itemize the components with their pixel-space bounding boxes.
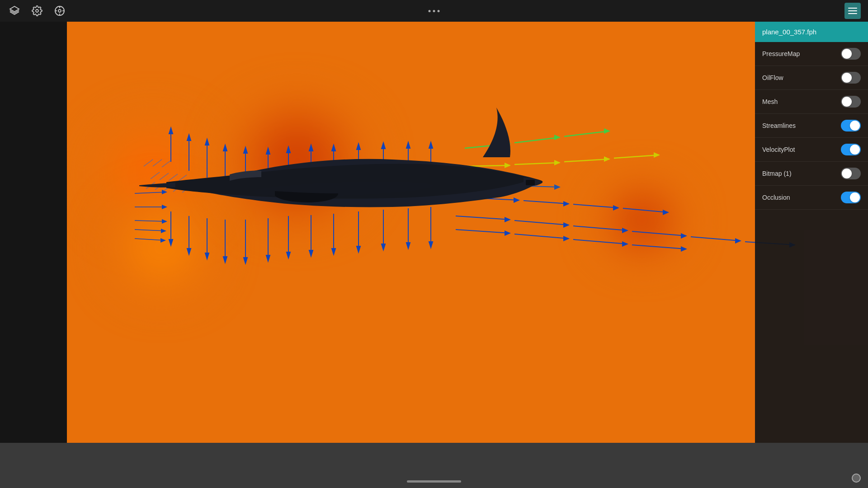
svg-marker-59 — [429, 242, 433, 248]
bottom-bar — [0, 443, 868, 488]
layer-item-bitmap: Bitmap (1) — [755, 162, 868, 186]
svg-marker-69 — [554, 160, 561, 165]
toggle-velocity-plot[interactable] — [841, 144, 861, 155]
svg-marker-61 — [505, 141, 511, 146]
toggle-streamlines[interactable] — [841, 120, 861, 131]
svg-line-104 — [691, 237, 741, 241]
toolbar-dots — [429, 10, 440, 12]
svg-point-3 — [58, 9, 61, 12]
svg-line-68 — [514, 163, 560, 164]
layer-label-occlusion: Occlusion — [762, 194, 790, 201]
svg-rect-129 — [526, 180, 535, 185]
pressure-blob-center — [221, 94, 374, 230]
toggle-thumb-bitmap — [842, 169, 852, 178]
home-indicator — [407, 480, 461, 483]
layer-label-mesh: Mesh — [762, 98, 778, 105]
toolbar-icons — [7, 4, 67, 18]
layer-label-streamlines: Streamlines — [762, 122, 796, 129]
toolbar — [0, 0, 868, 22]
svg-marker-31 — [406, 142, 410, 148]
layer-label-bitmap: Bitmap (1) — [762, 170, 792, 177]
svg-marker-111 — [563, 236, 570, 241]
svg-marker-45 — [266, 255, 270, 261]
layer-label-velocity-plot: VelocityPlot — [762, 146, 795, 153]
svg-marker-97 — [505, 217, 511, 222]
svg-marker-29 — [382, 143, 385, 149]
svg-marker-33 — [429, 142, 433, 148]
svg-line-64 — [564, 131, 609, 136]
svg-marker-75 — [505, 183, 511, 188]
layer-item-streamlines: Streamlines — [755, 114, 868, 138]
toggle-thumb-streamlines — [850, 121, 860, 131]
layer-item-velocity-plot: VelocityPlot — [755, 138, 868, 162]
target-icon[interactable] — [52, 4, 67, 18]
toggle-track-occlusion — [841, 192, 861, 203]
svg-line-66 — [465, 165, 510, 166]
layer-item-occlusion: Occlusion — [755, 186, 868, 210]
corner-indicator — [852, 474, 861, 483]
pressure-blob-lower — [103, 193, 221, 302]
svg-marker-65 — [604, 128, 610, 134]
svg-marker-105 — [735, 238, 741, 244]
pressure-blob-right — [597, 180, 687, 261]
svg-marker-49 — [309, 250, 313, 256]
toggle-pressure-map[interactable] — [841, 48, 861, 60]
svg-line-60 — [465, 144, 510, 148]
svg-marker-55 — [382, 244, 385, 250]
toggle-bitmap[interactable] — [841, 168, 861, 179]
toggle-track-bitmap — [841, 168, 861, 179]
toggle-track-pressure-map — [841, 48, 861, 60]
toggle-thumb-pressure-map — [842, 49, 852, 59]
right-panel: plane_00_357.fph PressureMapOilFlowMeshS… — [755, 22, 868, 443]
svg-marker-77 — [554, 184, 561, 190]
layer-label-pressure-map: PressureMap — [762, 50, 800, 57]
toggle-mesh[interactable] — [841, 96, 861, 108]
toggle-track-oil-flow — [841, 72, 861, 84]
settings-icon[interactable] — [30, 4, 44, 18]
svg-marker-51 — [332, 249, 335, 254]
layers-list: PressureMapOilFlowMeshStreamlinesVelocit… — [755, 42, 868, 210]
svg-marker-53 — [357, 246, 360, 252]
svg-line-72 — [614, 155, 659, 158]
toggle-occlusion[interactable] — [841, 192, 861, 203]
svg-marker-109 — [505, 230, 511, 236]
svg-marker-57 — [406, 243, 410, 249]
toggle-thumb-occlusion — [850, 192, 860, 202]
layers-icon[interactable] — [7, 4, 22, 18]
toggle-thumb-oil-flow — [842, 73, 852, 83]
svg-point-1 — [36, 9, 38, 12]
svg-marker-71 — [604, 156, 610, 162]
viewport[interactable] — [67, 22, 868, 443]
viz-area — [67, 22, 868, 443]
toggle-track-mesh — [841, 96, 861, 108]
left-sidebar — [0, 22, 67, 443]
menu-button[interactable] — [844, 3, 861, 19]
menu-line-3 — [848, 13, 857, 14]
svg-line-76 — [514, 186, 560, 187]
menu-line-1 — [848, 8, 857, 9]
toggle-thumb-mesh — [842, 97, 852, 107]
svg-line-96 — [456, 216, 510, 220]
svg-marker-43 — [244, 258, 247, 263]
layer-label-oil-flow: OilFlow — [762, 74, 783, 81]
svg-line-62 — [514, 137, 560, 143]
svg-marker-41 — [223, 257, 227, 263]
svg-marker-81 — [563, 201, 570, 206]
svg-marker-47 — [287, 252, 290, 258]
panel-header: plane_00_357.fph — [755, 22, 868, 42]
svg-marker-73 — [654, 152, 660, 158]
svg-marker-67 — [505, 163, 511, 168]
menu-line-2 — [848, 10, 857, 11]
svg-marker-63 — [554, 135, 561, 140]
svg-line-80 — [524, 201, 569, 204]
svg-marker-99 — [563, 222, 570, 228]
toggle-thumb-velocity-plot — [850, 145, 860, 155]
toggle-oil-flow[interactable] — [841, 72, 861, 84]
dot-3 — [438, 10, 440, 12]
svg-line-110 — [514, 234, 569, 239]
dot-1 — [429, 10, 431, 12]
layer-item-oil-flow: OilFlow — [755, 66, 868, 90]
toggle-track-velocity-plot — [841, 144, 861, 155]
svg-line-70 — [564, 159, 609, 162]
svg-line-74 — [465, 184, 510, 185]
